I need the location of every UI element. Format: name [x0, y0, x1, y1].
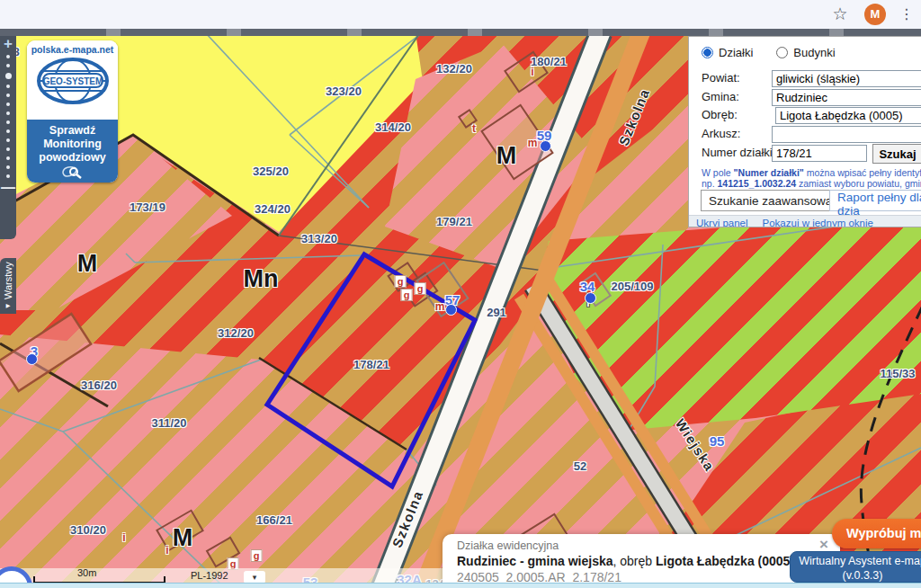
crs-label: PL-1992 [191, 570, 228, 581]
obreb-input[interactable] [775, 107, 921, 124]
gmina-label: Gmina: [702, 88, 739, 106]
numer-dzialki-label: Numer działki: [702, 144, 775, 162]
obreb-label: Obręb: [702, 106, 738, 124]
crs-dropdown[interactable]: ▾ [244, 571, 265, 584]
search-panel: Działki Budynki Powiat: Gmina: Obręb: Ar… [688, 36, 921, 227]
zoom-in-button[interactable]: + [4, 36, 13, 52]
bottom-edge-strip [0, 583, 921, 588]
info-panel-title: Działka ewidencyjna [457, 539, 840, 552]
search-button[interactable]: Szukaj [872, 144, 921, 164]
virtual-assistant-button[interactable]: Wirtualny Asystent e-map (v.0.3.3) [790, 551, 921, 583]
single-window-link[interactable]: Pokazuj w jednym oknie [763, 218, 873, 228]
gmina-input[interactable] [772, 89, 921, 106]
numer-dzialki-input[interactable] [772, 145, 867, 162]
zoom-level-dot[interactable] [6, 55, 10, 58]
radio-unselected-icon[interactable] [776, 47, 788, 58]
geosystem-wordmark: GEO-SYSTEM [42, 76, 103, 86]
zoom-level-dot[interactable] [6, 156, 10, 160]
zoom-level-dot[interactable] [6, 120, 10, 124]
layers-tab-label: Warstwy [3, 262, 13, 299]
hide-panel-link[interactable]: Ukryj panel [696, 218, 748, 228]
geosystem-logo-card[interactable]: polska.e-mapa.net GEO-SYSTEM Sprawdź Mon… [27, 40, 118, 183]
zoom-level-dot[interactable] [6, 94, 10, 97]
zoom-level-dot[interactable] [6, 102, 10, 106]
powiat-input[interactable] [772, 70, 921, 87]
zoom-level-dot[interactable] [6, 165, 10, 169]
bookmark-star-icon[interactable]: ☆ [829, 4, 851, 25]
panel-footer: Ukryj panel Pokazuj w jednym oknie [689, 215, 921, 227]
search-hint: W pole "Numer działki" można wpisać pełn… [702, 167, 921, 189]
zoom-level-dot[interactable] [6, 111, 10, 115]
arkusz-label: Arkusz: [702, 125, 740, 143]
profile-avatar[interactable]: M [864, 4, 886, 25]
radio-budynki[interactable]: Budynki [776, 46, 835, 59]
zoom-level-dot[interactable] [6, 147, 10, 151]
parcel-description: Rudziniec - gmina wiejska, obręb Ligota … [457, 554, 840, 568]
zoom-level-dot[interactable] [6, 85, 10, 88]
close-icon[interactable]: × [815, 536, 833, 554]
radio-selected-icon[interactable] [702, 47, 713, 58]
search-type-radios: Działki Budynki [702, 46, 836, 59]
powiat-label: Powiat: [702, 69, 740, 87]
flood-monitoring-banner[interactable]: Sprawdź Monitoring powodziowy [27, 120, 118, 183]
assistant-try-button[interactable]: Wypróbuj mn [832, 519, 921, 548]
browser-menu-icon[interactable]: ⋮ [898, 4, 916, 25]
magnifier-icon [61, 165, 85, 180]
zoom-level-dot[interactable] [6, 64, 10, 67]
layers-panel-tab[interactable]: ◄ Warstwy [0, 258, 16, 314]
browser-toolbar: ☆ M ⋮ [0, 0, 921, 29]
radio-dzialki[interactable]: Działki [702, 46, 753, 59]
zoom-control[interactable]: + — [0, 36, 16, 239]
zoom-level-dot[interactable] [6, 138, 10, 142]
arkusz-input[interactable] [772, 126, 921, 143]
chevron-down-icon: ▾ [253, 573, 257, 582]
full-report-button[interactable]: Raport pełny dla dzia [829, 190, 921, 211]
parcel-identifier: 240505_2.0005.AR_2.178/21 [457, 570, 840, 583]
geosystem-globe-icon: GEO-SYSTEM [35, 55, 111, 107]
zoom-out-button[interactable]: — [1, 183, 15, 193]
parcel-info-panel: Działka ewidencyjna Rudziniec - gmina wi… [443, 534, 840, 583]
site-name: polska.e-mapa.net [27, 40, 118, 55]
zoom-level-dot-current[interactable] [5, 73, 12, 79]
zoom-level-dot[interactable] [6, 174, 10, 178]
zoom-level-dot[interactable] [6, 129, 10, 133]
collapse-arrow-icon: ◄ [4, 302, 13, 310]
window-divider-strip [0, 29, 921, 36]
